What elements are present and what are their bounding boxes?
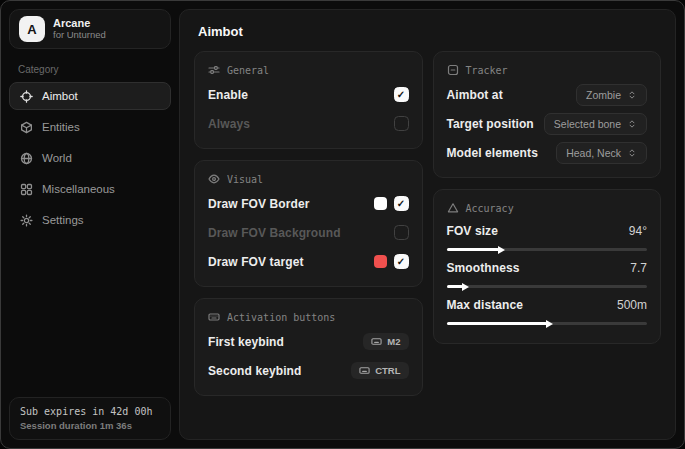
right-column: Tracker Aimbot at Zombie Target position (433, 51, 662, 344)
first-keybind-button[interactable]: M2 (363, 333, 408, 350)
brand-header: A Arcane for Unturned (9, 9, 171, 49)
tracker-card: Tracker Aimbot at Zombie Target position (433, 51, 662, 178)
check-icon: ✓ (397, 198, 405, 209)
setting-row-fov-border: Draw FOV Border ✓ (208, 191, 409, 216)
left-column: General Enable ✓ Always (194, 51, 423, 396)
model-elements-select[interactable]: Head, Neck (556, 142, 647, 164)
target-position-select[interactable]: Selected bone (544, 113, 647, 135)
cube-icon (20, 121, 33, 134)
general-card: General Enable ✓ Always (194, 51, 423, 149)
accuracy-card: Accuracy FOV size 94° Smoothness (433, 189, 662, 344)
keyboard-icon (208, 311, 220, 323)
fov-background-checkbox[interactable] (394, 225, 409, 240)
setting-label: Draw FOV Border (208, 197, 310, 211)
tracker-card-header: Tracker (447, 64, 648, 76)
sidebar-item-aimbot[interactable]: Aimbot (9, 82, 171, 110)
category-label: Category (18, 64, 162, 75)
chevrons-up-down-icon (627, 119, 637, 129)
grid-icon (20, 183, 33, 196)
setting-label: Enable (208, 88, 248, 102)
second-keybind-button[interactable]: CTRL (351, 362, 408, 379)
setting-label: FOV size (447, 224, 498, 238)
fov-size-slider[interactable] (447, 248, 648, 251)
setting-row-aimbot-at: Aimbot at Zombie (447, 82, 648, 107)
gear-icon (20, 214, 33, 227)
select-value: Head, Neck (566, 147, 621, 159)
accuracy-card-header: Accuracy (447, 202, 648, 214)
slider-group-smoothness: Smoothness 7.7 (447, 258, 648, 288)
sidebar-item-miscellaneous[interactable]: Miscellaneous (9, 175, 171, 203)
brand-subtitle: for Unturned (53, 30, 141, 41)
eye-icon (208, 173, 220, 185)
select-value: Selected bone (554, 118, 621, 130)
sidebar: A Arcane for Unturned Category Aimbot (1, 1, 179, 448)
crosshair-icon (20, 90, 33, 103)
card-title: Activation buttons (227, 312, 335, 323)
keybind-value: M2 (387, 336, 400, 347)
setting-row-fov-target: Draw FOV target ✓ (208, 249, 409, 274)
refresh-icon (149, 23, 161, 35)
card-title: General (227, 65, 269, 76)
slider-group-fov-size: FOV size 94° (447, 221, 648, 251)
slider-value: 94° (629, 224, 647, 238)
brand-name: Arcane (53, 17, 141, 30)
fov-target-color-swatch[interactable] (374, 255, 387, 268)
sidebar-item-settings[interactable]: Settings (9, 206, 171, 234)
activation-card: Activation buttons First keybind M2 Seco… (194, 298, 423, 396)
setting-label: Aimbot at (447, 88, 503, 102)
setting-row-target-position: Target position Selected bone (447, 111, 648, 136)
globe-icon (20, 152, 33, 165)
slider-group-max-distance: Max distance 500m (447, 295, 648, 325)
fov-target-checkbox[interactable]: ✓ (394, 254, 409, 269)
main-panel: Aimbot General Enable ✓ (179, 9, 676, 440)
setting-row-fov-background: Draw FOV Background (208, 220, 409, 245)
card-title: Tracker (466, 65, 508, 76)
sidebar-item-label: Entities (42, 121, 80, 133)
setting-row-second-keybind: Second keybind CTRL (208, 358, 409, 383)
slider-value: 7.7 (630, 261, 647, 275)
setting-label: Draw FOV target (208, 255, 304, 269)
subscription-info: Sub expires in 42d 00h Session duration … (9, 397, 171, 440)
chevrons-up-down-icon (627, 148, 637, 158)
scan-icon (447, 64, 459, 76)
activation-card-header: Activation buttons (208, 311, 409, 323)
sidebar-item-label: World (42, 152, 72, 164)
slider-fill (447, 322, 547, 325)
enable-checkbox[interactable]: ✓ (394, 87, 409, 102)
slider-fill (447, 248, 499, 251)
setting-row-enable: Enable ✓ (208, 82, 409, 107)
setting-row-always: Always (208, 111, 409, 136)
max-distance-slider[interactable] (447, 322, 648, 325)
page-title: Aimbot (198, 24, 661, 39)
setting-label: Draw FOV Background (208, 226, 341, 240)
setting-label: First keybind (208, 335, 284, 349)
sidebar-item-label: Settings (42, 214, 84, 226)
slider-value: 500m (617, 298, 647, 312)
check-icon: ✓ (397, 89, 405, 100)
sliders-icon (208, 64, 220, 76)
visual-card-header: Visual (208, 173, 409, 185)
keyboard-icon (371, 336, 382, 347)
setting-label: Max distance (447, 298, 524, 312)
fov-border-checkbox[interactable]: ✓ (394, 196, 409, 211)
brand-text: Arcane for Unturned (53, 17, 141, 41)
refresh-button[interactable] (149, 23, 161, 35)
setting-label: Always (208, 117, 250, 131)
setting-label: Second keybind (208, 364, 301, 378)
chevrons-up-down-icon (627, 90, 637, 100)
smoothness-slider[interactable] (447, 285, 648, 288)
setting-label: Target position (447, 117, 534, 131)
setting-row-first-keybind: First keybind M2 (208, 329, 409, 354)
sidebar-item-entities[interactable]: Entities (9, 113, 171, 141)
sidebar-item-world[interactable]: World (9, 144, 171, 172)
app-logo: A (19, 16, 45, 42)
setting-label: Smoothness (447, 261, 520, 275)
check-icon: ✓ (397, 256, 405, 267)
keybind-value: CTRL (375, 365, 400, 376)
select-value: Zombie (586, 89, 621, 101)
sidebar-item-label: Miscellaneous (42, 183, 115, 195)
aimbot-at-select[interactable]: Zombie (576, 84, 647, 106)
always-checkbox[interactable] (394, 116, 409, 131)
card-title: Accuracy (466, 203, 514, 214)
fov-border-color-swatch[interactable] (374, 197, 387, 210)
